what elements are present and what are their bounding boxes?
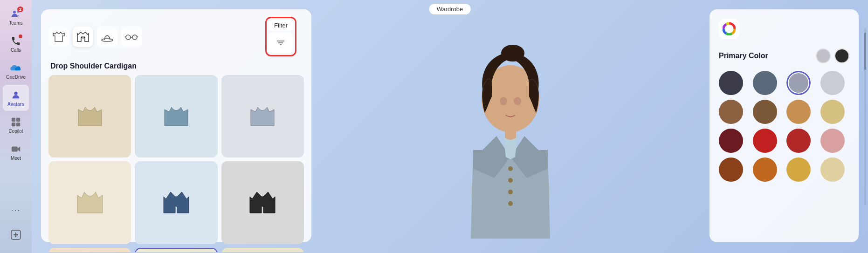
avatars-label: Avatars — [7, 102, 24, 107]
category-tabs: Filter — [48, 17, 304, 56]
onedrive-icon — [10, 62, 21, 74]
color-swatch[interactable] — [820, 129, 845, 153]
color-panel-title-row: Primary Color — [719, 48, 849, 63]
calls-badge-dot — [19, 34, 22, 38]
svg-point-26 — [500, 97, 507, 105]
sidebar: 2 Teams Calls OneDrive Avatars — [0, 0, 32, 253]
cat-tab-glasses[interactable] — [121, 27, 142, 47]
list-item[interactable] — [48, 75, 131, 157]
color-option-light[interactable] — [816, 48, 831, 63]
color-panel-title: Primary Color — [719, 52, 768, 60]
list-item[interactable] — [135, 75, 217, 157]
cat-tab-jacket[interactable] — [73, 27, 93, 47]
sidebar-item-teams[interactable]: 2 Teams — [3, 4, 29, 30]
svg-point-34 — [727, 27, 731, 31]
color-swatch[interactable] — [786, 100, 811, 124]
sidebar-item-avatars[interactable]: Avatars — [3, 85, 29, 111]
color-swatch[interactable] — [753, 100, 777, 124]
wardrobe-panel: Filter Drop Shoulder Cardigan — [41, 9, 311, 242]
teams-badge: 2 — [17, 7, 23, 12]
teams-label: Teams — [9, 21, 22, 26]
sidebar-add-button[interactable] — [3, 223, 29, 249]
avatar-area — [311, 0, 710, 253]
color-panel: Primary Color — [710, 9, 859, 242]
svg-point-14 — [132, 35, 137, 40]
color-swatch[interactable] — [753, 71, 777, 95]
color-swatch[interactable] — [719, 157, 743, 182]
color-swatch[interactable] — [753, 129, 777, 153]
color-swatch[interactable] — [753, 157, 777, 182]
color-swatch[interactable] — [786, 157, 811, 182]
svg-point-27 — [514, 97, 521, 105]
color-panel-header — [719, 19, 849, 39]
sidebar-item-meet[interactable]: Meet — [3, 139, 29, 165]
section-title: Drop Shoulder Cardigan — [48, 62, 304, 70]
color-swatch[interactable] — [786, 129, 811, 153]
svg-point-13 — [126, 35, 131, 40]
list-item[interactable] — [135, 248, 217, 252]
list-item[interactable] — [135, 161, 217, 244]
filter-container: Filter — [265, 17, 296, 56]
sidebar-item-onedrive[interactable]: OneDrive — [3, 58, 29, 84]
color-grid — [719, 71, 849, 182]
clothing-thumb — [234, 88, 291, 145]
svg-point-29 — [508, 166, 513, 171]
list-item[interactable] — [48, 161, 131, 244]
sidebar-more-button[interactable]: ... — [3, 195, 29, 221]
clothing-thumb — [147, 88, 205, 145]
svg-point-30 — [508, 178, 513, 183]
svg-rect-7 — [12, 146, 18, 151]
color-swatch[interactable] — [820, 71, 845, 95]
clothing-thumb — [61, 174, 119, 232]
filter-label: Filter — [269, 20, 293, 31]
svg-rect-4 — [16, 117, 20, 121]
calls-label: Calls — [11, 48, 21, 53]
sidebar-bottom: ... — [3, 195, 29, 249]
svg-point-2 — [14, 91, 17, 95]
svg-rect-3 — [12, 117, 15, 121]
list-item[interactable] — [221, 75, 304, 157]
meet-label: Meet — [11, 156, 21, 161]
meet-icon — [10, 144, 21, 155]
svg-point-0 — [13, 11, 16, 14]
copilot-label: Copilot — [8, 129, 23, 134]
main-content: Wardrobe — [32, 0, 868, 253]
svg-point-25 — [501, 45, 524, 62]
color-swatch[interactable] — [719, 100, 743, 124]
svg-point-31 — [508, 190, 513, 194]
color-swatch[interactable] — [820, 100, 845, 124]
cat-tab-shirt[interactable] — [48, 27, 69, 47]
sidebar-item-calls[interactable]: Calls — [3, 31, 29, 57]
color-swatch[interactable] — [719, 71, 743, 95]
more-dots-icon: ... — [11, 204, 21, 213]
clothing-thumb — [234, 174, 291, 232]
copilot-icon — [10, 116, 21, 128]
add-icon — [10, 229, 21, 243]
clothing-thumb — [147, 174, 205, 232]
svg-rect-5 — [12, 122, 15, 126]
sidebar-item-copilot[interactable]: Copilot — [3, 112, 29, 138]
color-swatch-selected[interactable] — [786, 71, 811, 95]
color-wheel-icon — [719, 19, 739, 39]
list-item[interactable] — [221, 161, 304, 244]
color-option-dark[interactable] — [834, 48, 849, 63]
onedrive-label: OneDrive — [6, 75, 26, 80]
filter-button[interactable] — [269, 33, 293, 53]
avatars-icon — [10, 89, 21, 101]
clothing-thumb — [61, 88, 119, 145]
teams-icon: 2 — [10, 8, 21, 20]
svg-rect-6 — [16, 122, 20, 126]
cat-tab-hat[interactable] — [97, 27, 117, 47]
svg-point-32 — [508, 201, 513, 206]
svg-point-12 — [102, 39, 113, 41]
items-grid — [48, 75, 304, 252]
color-swatch[interactable] — [719, 129, 743, 153]
calls-icon — [10, 35, 21, 47]
avatar-figure — [436, 15, 585, 239]
list-item[interactable] — [221, 248, 304, 252]
list-item[interactable] — [48, 248, 131, 252]
color-top-options — [816, 48, 849, 63]
color-swatch[interactable] — [820, 157, 845, 182]
